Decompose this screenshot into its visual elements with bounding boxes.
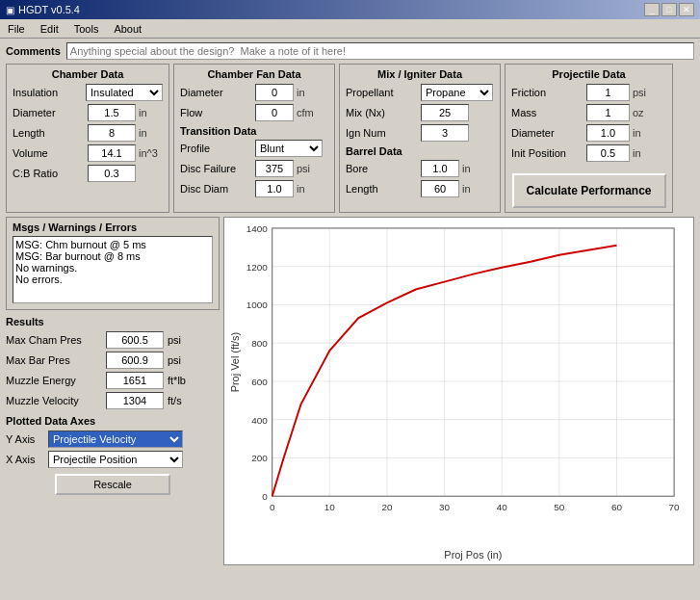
results-title: Results (6, 316, 220, 327)
menu-about[interactable]: About (110, 22, 145, 36)
fan-flow-label: Flow (180, 107, 252, 118)
barrel-length-input[interactable] (421, 180, 459, 197)
fan-title: Chamber Fan Data (180, 68, 328, 80)
mix-input[interactable] (421, 104, 469, 121)
friction-input[interactable] (586, 84, 630, 101)
svg-text:1000: 1000 (246, 300, 269, 310)
menu-edit[interactable]: Edit (37, 22, 63, 36)
muzzle-velocity-label: Muzzle Velocity (6, 395, 102, 406)
ign-input[interactable] (421, 124, 469, 142)
svg-text:800: 800 (251, 338, 268, 349)
disc-diam-unit: in (297, 183, 305, 195)
mix-label: Mix (Nx) (346, 107, 418, 118)
x-axis-label-label: X Axis (6, 454, 44, 465)
init-pos-label: Init Position (511, 147, 583, 159)
muzzle-energy-unit: ft*lb (168, 375, 186, 386)
y-axis-select[interactable]: Projectile Velocity Chamber Pressure Bar… (48, 430, 183, 448)
chart-svg: 1400 1200 1000 800 600 400 200 0 0 10 20… (224, 218, 693, 564)
svg-text:200: 200 (251, 453, 268, 463)
svg-text:1200: 1200 (246, 262, 269, 273)
chamber-length-unit: in (139, 127, 147, 139)
svg-text:20: 20 (381, 502, 393, 512)
barrel-title: Barrel Data (346, 145, 494, 157)
bore-input[interactable] (421, 160, 459, 177)
transition-title: Transition Data (180, 125, 328, 137)
svg-rect-16 (272, 228, 674, 496)
svg-text:50: 50 (554, 502, 565, 512)
app-icon: ▣ (6, 5, 14, 15)
fan-diameter-input[interactable] (255, 84, 294, 101)
menu-bar: File Edit Tools About (0, 19, 700, 39)
calculate-button[interactable]: Calculate Performance (512, 173, 666, 208)
maximize-button[interactable]: □ (661, 3, 677, 16)
chamber-length-label: Length (13, 127, 85, 139)
cbratio-label: C:B Ratio (13, 168, 85, 179)
svg-text:1400: 1400 (246, 223, 269, 234)
rescale-button[interactable]: Rescale (55, 474, 170, 495)
fan-diameter-label: Diameter (180, 87, 252, 98)
cbratio-input[interactable] (88, 165, 136, 182)
fan-panel: Chamber Fan Data Diameter in Flow cfm Tr… (173, 64, 335, 213)
disc-diam-input[interactable] (255, 180, 294, 197)
proj-diameter-unit: in (633, 127, 641, 139)
chamber-diameter-label: Diameter (13, 107, 85, 118)
friction-unit: psi (633, 87, 646, 98)
projectile-panel: Projectile Data Friction psi Mass oz Dia… (505, 64, 673, 213)
minimize-button[interactable]: _ (644, 3, 660, 16)
barrel-length-label: Length (346, 183, 418, 195)
muzzle-velocity-value (106, 392, 164, 409)
menu-tools[interactable]: Tools (70, 22, 103, 36)
comments-label: Comments (6, 45, 61, 57)
messages-title: Msgs / Warnings / Errors (13, 222, 213, 233)
svg-text:600: 600 (251, 377, 268, 387)
disc-failure-unit: psi (297, 163, 310, 174)
svg-text:Proj Pos (in): Proj Pos (in) (444, 549, 502, 561)
fan-flow-unit: cfm (297, 107, 314, 118)
init-pos-input[interactable] (586, 144, 630, 162)
max-cham-pres-unit: psi (168, 334, 181, 346)
svg-text:Proj Vel (ft/s): Proj Vel (ft/s) (229, 332, 241, 393)
propellant-label: Propellant (346, 87, 418, 98)
insulation-select[interactable]: Insulated Uninsulated (86, 84, 163, 101)
svg-text:40: 40 (497, 502, 508, 512)
max-bar-pres-value (106, 352, 164, 369)
chart-area: 1400 1200 1000 800 600 400 200 0 0 10 20… (223, 217, 694, 565)
menu-file[interactable]: File (4, 22, 29, 36)
window-title: HGDT v0.5.4 (18, 4, 80, 15)
messages-textarea[interactable]: MSG: Chm burnout @ 5 ms MSG: Bar burnout… (13, 236, 213, 303)
max-cham-pres-value (106, 331, 164, 349)
proj-diameter-label: Diameter (511, 127, 583, 139)
fan-flow-input[interactable] (255, 104, 294, 121)
svg-text:70: 70 (669, 502, 681, 512)
close-button[interactable]: ✕ (679, 3, 694, 16)
chamber-panel: Chamber Data Insulation Insulated Uninsu… (6, 64, 169, 213)
proj-diameter-input[interactable] (586, 124, 630, 142)
profile-select[interactable]: Blunt Conical Bell (255, 140, 323, 157)
disc-failure-label: Disc Failure (180, 163, 252, 174)
muzzle-velocity-unit: ft/s (168, 395, 182, 406)
bottom-section: Msgs / Warnings / Errors MSG: Chm burnou… (6, 217, 694, 565)
mass-input[interactable] (586, 104, 630, 121)
disc-failure-input[interactable] (255, 160, 294, 177)
x-axis-select[interactable]: Projectile Position Time (48, 451, 183, 468)
insulation-label: Insulation (13, 87, 83, 98)
mix-panel: Mix / Igniter Data Propellant Propane Me… (339, 64, 501, 213)
svg-text:0: 0 (270, 502, 275, 512)
ign-label: Ign Num (346, 127, 418, 139)
max-bar-pres-label: Max Bar Pres (6, 354, 102, 366)
chamber-volume-input[interactable] (88, 144, 136, 162)
max-cham-pres-label: Max Cham Pres (6, 334, 102, 346)
barrel-length-unit: in (462, 183, 471, 195)
svg-text:30: 30 (439, 502, 451, 512)
bore-label: Bore (346, 163, 418, 174)
window-controls: _ □ ✕ (644, 3, 694, 16)
chamber-diameter-input[interactable] (88, 104, 136, 121)
chamber-length-input[interactable] (88, 124, 136, 142)
max-bar-pres-unit: psi (168, 354, 181, 366)
propellant-select[interactable]: Propane Methane Hydrogen (421, 84, 493, 101)
mass-label: Mass (511, 107, 583, 118)
profile-label: Profile (180, 143, 252, 154)
comments-input[interactable] (66, 42, 694, 60)
friction-label: Friction (511, 87, 583, 98)
projectile-title: Projectile Data (511, 68, 666, 80)
